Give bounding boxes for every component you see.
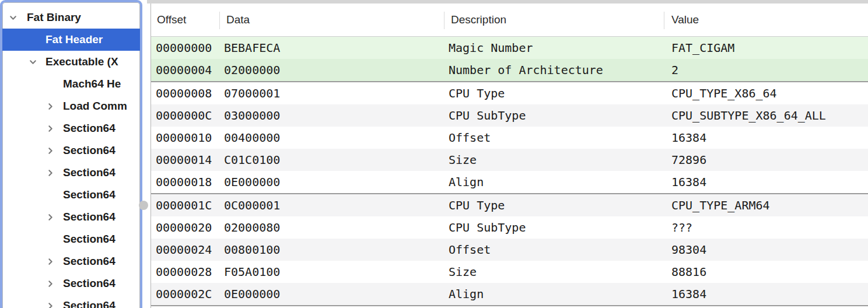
cell-description: CPU SubType xyxy=(449,104,526,127)
chevron-down-icon[interactable] xyxy=(27,51,38,73)
chevron-right-icon[interactable] xyxy=(44,295,56,308)
cell-value: 88816 xyxy=(671,261,706,283)
chevron-right-icon[interactable] xyxy=(44,162,56,184)
table-row[interactable]: 00000014C01C0100Size72896 xyxy=(151,149,868,171)
cell-offset: 00000010 xyxy=(156,127,212,149)
cell-value: FAT_CIGAM xyxy=(671,37,734,59)
cell-offset: 00000024 xyxy=(156,239,212,261)
column-header-description[interactable]: Description xyxy=(451,4,506,36)
table-row[interactable]: 0000002C0E000000Align16384 xyxy=(151,283,868,306)
sidebar-item-section64[interactable]: Section64 xyxy=(2,228,140,250)
cell-data: 00400000 xyxy=(224,127,280,149)
sidebar-item-section64[interactable]: Section64 xyxy=(2,162,140,184)
table-row[interactable]: 0000000C03000000CPU SubTypeCPU_SUBTYPE_X… xyxy=(151,104,868,127)
data-table: OffsetDataDescriptionValue 00000000BEBAF… xyxy=(150,4,868,308)
sidebar-item-label: Section64 xyxy=(63,162,116,184)
cell-description: CPU SubType xyxy=(449,216,526,239)
sidebar-item-label: Mach64 He xyxy=(63,73,121,95)
sidebar-item-label: Section64 xyxy=(63,250,116,272)
cell-offset: 0000000C xyxy=(156,104,212,127)
sidebar-item-section64[interactable]: Section64 xyxy=(2,206,140,228)
sidebar-item-label: Section64 xyxy=(63,206,116,228)
outline-tree: Fat BinaryFat HeaderExecutable (XMach64 … xyxy=(2,2,140,308)
cell-offset: 0000002C xyxy=(156,283,212,305)
cell-value: 2 xyxy=(671,59,678,81)
cell-value: 72896 xyxy=(671,149,706,171)
chevron-right-icon[interactable] xyxy=(44,117,56,139)
sidebar-item-label: Load Comm xyxy=(63,95,127,117)
cell-description: Offset xyxy=(449,127,491,149)
table-row[interactable]: 0000001000400000Offset16384 xyxy=(151,127,868,149)
cell-value: 16384 xyxy=(671,171,706,193)
table-row[interactable]: 00000000BEBAFECAMagic NumberFAT_CIGAM xyxy=(151,37,868,59)
chevron-down-icon[interactable] xyxy=(7,6,19,29)
sidebar-item-fat-header[interactable]: Fat Header xyxy=(2,29,140,51)
table-row[interactable]: 0000002002000080CPU SubType??? xyxy=(151,216,868,239)
cell-offset: 00000028 xyxy=(156,261,212,283)
sidebar-item-label: Fat Header xyxy=(46,29,103,51)
sidebar-item-label: Section64 xyxy=(63,295,116,308)
chevron-right-icon[interactable] xyxy=(44,139,56,162)
cell-data: 02000080 xyxy=(224,216,280,239)
cell-description: Align xyxy=(449,283,484,305)
cell-offset: 0000001C xyxy=(156,194,212,216)
cell-data: 0E000000 xyxy=(224,171,280,193)
cell-data: 00800100 xyxy=(224,239,280,261)
sidebar-item-label: Section64 xyxy=(63,139,116,162)
sidebar-item-section64[interactable]: Section64 xyxy=(2,295,140,308)
cell-data: 07000001 xyxy=(224,82,280,104)
pane-splitter-handle[interactable] xyxy=(139,201,148,210)
sidebar-item-label: Section64 xyxy=(63,272,116,295)
cell-description: Size xyxy=(449,149,477,171)
cell-description: Number of Architecture xyxy=(449,59,603,81)
table-row[interactable]: 0000000402000000Number of Architecture2 xyxy=(151,59,868,82)
sidebar-item-executable[interactable]: Executable (X xyxy=(2,51,140,73)
cell-description: Magic Number xyxy=(449,37,533,59)
chevron-right-icon[interactable] xyxy=(44,95,56,117)
cell-description: Offset xyxy=(449,239,491,261)
table-row[interactable]: 0000000807000001CPU TypeCPU_TYPE_X86_64 xyxy=(151,82,868,104)
cell-data: 02000000 xyxy=(224,59,280,81)
sidebar-item-load-commands[interactable]: Load Comm xyxy=(2,95,140,117)
column-header-value[interactable]: Value xyxy=(671,4,699,36)
cell-value: 16384 xyxy=(671,127,706,149)
sidebar-item-label: Section64 xyxy=(63,228,116,250)
cell-data: BEBAFECA xyxy=(224,37,280,59)
column-header-data[interactable]: Data xyxy=(226,4,250,36)
cell-value: 98304 xyxy=(671,239,706,261)
cell-description: CPU Type xyxy=(449,194,505,216)
table-row[interactable]: 00000028F05A0100Size88816 xyxy=(151,261,868,283)
cell-value: ??? xyxy=(671,216,692,239)
table-row[interactable]: 0000001C0C000001CPU TypeCPU_TYPE_ARM64 xyxy=(151,194,868,216)
table-row[interactable]: 0000002400800100Offset98304 xyxy=(151,239,868,261)
chevron-right-icon[interactable] xyxy=(44,250,56,272)
cell-value: 16384 xyxy=(671,283,706,305)
chevron-right-icon[interactable] xyxy=(44,206,56,228)
chevron-right-icon[interactable] xyxy=(44,272,56,295)
sidebar-item-label: Section64 xyxy=(63,184,116,206)
cell-offset: 00000004 xyxy=(156,59,212,81)
sidebar-item-label: Executable (X xyxy=(46,51,118,73)
cell-value: CPU_TYPE_X86_64 xyxy=(671,82,777,104)
sidebar-item-label: Section64 xyxy=(63,117,116,139)
sidebar-item-section64[interactable]: Section64 xyxy=(2,184,140,206)
sidebar-item-section64[interactable]: Section64 xyxy=(2,139,140,162)
cell-data: C01C0100 xyxy=(224,149,280,171)
app-window: Fat BinaryFat HeaderExecutable (XMach64 … xyxy=(0,0,868,308)
cell-offset: 00000014 xyxy=(156,149,212,171)
cell-offset: 00000018 xyxy=(156,171,212,193)
sidebar-item-section64[interactable]: Section64 xyxy=(2,272,140,295)
sidebar-item-section64[interactable]: Section64 xyxy=(2,117,140,139)
cell-value: CPU_TYPE_ARM64 xyxy=(671,194,770,216)
cell-value: CPU_SUBTYPE_X86_64_ALL xyxy=(671,104,826,127)
column-header-offset[interactable]: Offset xyxy=(157,4,186,36)
sidebar-item-mach64-header[interactable]: Mach64 He xyxy=(2,73,140,95)
table-body: 00000000BEBAFECAMagic NumberFAT_CIGAM000… xyxy=(151,37,868,306)
sidebar-item-section64[interactable]: Section64 xyxy=(2,250,140,272)
column-separator xyxy=(444,12,444,29)
table-row[interactable]: 000000180E000000Align16384 xyxy=(151,171,868,194)
sidebar-item-label: Fat Binary xyxy=(27,6,81,29)
column-separator xyxy=(219,12,220,29)
sidebar-item-fat-binary[interactable]: Fat Binary xyxy=(2,6,140,29)
sidebar: Fat BinaryFat HeaderExecutable (XMach64 … xyxy=(0,0,142,308)
